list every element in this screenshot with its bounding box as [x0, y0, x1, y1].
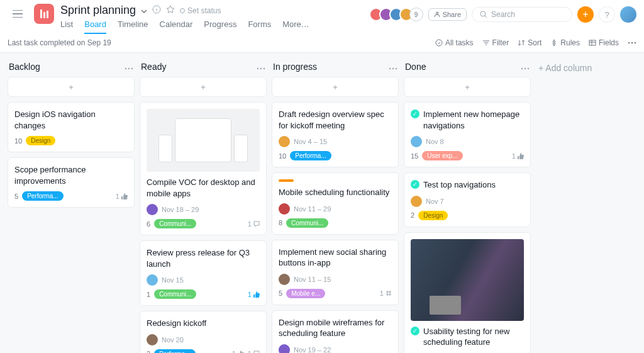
comments-count[interactable]: 1	[248, 350, 260, 353]
project-dropdown[interactable]	[141, 6, 147, 15]
tab-more[interactable]: More…	[282, 20, 309, 34]
task-card[interactable]: ✓Usability testing for new scheduling fe…	[404, 232, 531, 353]
likes-count[interactable]: 1	[248, 291, 260, 298]
task-points: 5	[279, 289, 282, 297]
more-actions[interactable]	[628, 42, 636, 44]
task-tag: Performa...	[22, 191, 63, 201]
assignee-avatar	[147, 274, 158, 286]
task-title: Review press release for Q3 launch	[147, 247, 260, 269]
task-card[interactable]: ✓Implement new homepage navigationsNov 8…	[404, 102, 531, 167]
column-menu[interactable]	[521, 62, 530, 72]
quick-add-button[interactable]: +	[577, 6, 594, 23]
add-task-button[interactable]: +	[8, 77, 135, 97]
tab-timeline[interactable]: Timeline	[118, 20, 148, 34]
svg-point-18	[525, 67, 526, 69]
task-title: Design mobile wireframes for scheduling …	[279, 317, 392, 339]
task-points: 2	[411, 211, 414, 219]
task-tag: Communi...	[286, 218, 328, 228]
svg-point-15	[392, 67, 394, 69]
task-card[interactable]: Redesign kickoffNov 202Performa...1 1	[140, 311, 267, 353]
task-card[interactable]: Scope performance improvements5Performa.…	[8, 157, 135, 208]
avatar-overflow-count[interactable]: 9	[409, 8, 423, 21]
likes-count[interactable]: 1	[512, 152, 524, 160]
comments-count[interactable]: 1	[248, 220, 260, 228]
star-icon[interactable]	[166, 5, 175, 16]
task-card[interactable]: Design mobile wireframes for scheduling …	[272, 310, 399, 353]
task-tag: Performa...	[154, 349, 195, 353]
task-complete-icon: ✓	[411, 109, 419, 118]
task-points: 10	[14, 137, 22, 145]
assignee-avatar	[279, 344, 290, 353]
sort-button[interactable]: Sort	[518, 38, 541, 47]
card-attachment-image	[411, 239, 524, 321]
add-task-button[interactable]: +	[272, 77, 399, 97]
task-title: Scope performance improvements	[14, 164, 128, 186]
add-task-button[interactable]: +	[140, 77, 267, 97]
svg-point-9	[128, 67, 130, 69]
last-task-status: Last task completed on Sep 19	[8, 38, 435, 47]
task-date: Nov 19 – 22	[294, 346, 331, 353]
task-title: Design iOS navigation changes	[14, 109, 128, 131]
column-in-progress: In progress + Draft redesign overview sp…	[272, 59, 399, 347]
svg-rect-4	[589, 40, 596, 45]
task-points: 8	[279, 219, 282, 227]
help-button[interactable]: ?	[599, 6, 615, 23]
card-color-bar	[279, 179, 294, 182]
task-date: Nov 11 – 15	[294, 276, 331, 283]
task-card[interactable]: Compile VOC for desktop and mobile appsN…	[140, 102, 267, 235]
hamburger-menu[interactable]	[8, 4, 28, 24]
task-title: Redesign kickoff	[147, 318, 206, 329]
search-input[interactable]: Search	[472, 7, 572, 22]
svg-point-7	[635, 42, 636, 43]
task-tag: Design	[26, 136, 55, 145]
task-title: Draft redesign overview spec for kickoff…	[279, 109, 392, 131]
svg-point-17	[521, 67, 523, 69]
filter-button[interactable]: Filter	[482, 38, 509, 47]
column-menu[interactable]	[389, 62, 397, 72]
member-avatars[interactable]: 9	[373, 8, 423, 21]
task-title: Mobile scheduling functionality	[279, 187, 389, 198]
task-complete-icon: ✓	[411, 327, 419, 335]
current-user-avatar[interactable]	[620, 6, 636, 23]
share-button[interactable]: Share	[428, 8, 467, 21]
task-card[interactable]: ✓Test top navigationsNov 72Design	[404, 172, 531, 227]
rules-button[interactable]: Rules	[550, 38, 580, 47]
task-title: Implement new social sharing buttons in-…	[279, 247, 392, 269]
task-card[interactable]: Mobile scheduling functionalityNov 11 – …	[272, 172, 399, 235]
svg-point-12	[260, 67, 262, 69]
tab-board[interactable]: Board	[84, 20, 106, 34]
task-card[interactable]: Design iOS navigation changes10Design	[8, 102, 135, 152]
add-column-button[interactable]: + Add column	[536, 59, 636, 347]
column-menu[interactable]	[125, 62, 133, 72]
assignee-avatar	[411, 196, 422, 207]
task-card[interactable]: Implement new social sharing buttons in-…	[272, 240, 399, 305]
likes-count[interactable]: 1	[232, 350, 244, 353]
svg-point-6	[631, 42, 633, 43]
add-task-button[interactable]: +	[404, 77, 531, 97]
fields-button[interactable]: Fields	[589, 38, 619, 47]
subtasks-count[interactable]: 1	[380, 289, 392, 297]
all-tasks-filter[interactable]: All tasks	[435, 38, 474, 47]
task-points: 6	[147, 220, 150, 228]
task-points: 10	[279, 152, 286, 160]
tab-list[interactable]: List	[60, 20, 73, 34]
tab-progress[interactable]: Progress	[204, 20, 236, 34]
task-card[interactable]: Review press release for Q3 launchNov 15…	[140, 240, 267, 306]
tab-calendar[interactable]: Calendar	[160, 20, 193, 34]
likes-count[interactable]: 1	[116, 193, 128, 200]
set-status-button[interactable]: Set status	[180, 6, 221, 15]
svg-point-10	[131, 67, 133, 69]
tab-forms[interactable]: Forms	[248, 20, 271, 34]
task-card[interactable]: Draft redesign overview spec for kickoff…	[272, 102, 399, 167]
task-date: Nov 8	[426, 138, 444, 145]
task-tag: Communi...	[154, 289, 196, 299]
svg-point-5	[628, 42, 630, 43]
svg-point-13	[264, 67, 265, 69]
column-menu[interactable]	[257, 62, 265, 72]
svg-point-19	[528, 67, 529, 69]
project-title: Sprint planning	[60, 4, 136, 17]
task-title: Implement new homepage navigations	[423, 109, 524, 131]
task-points: 5	[14, 193, 18, 200]
svg-point-1	[436, 13, 438, 14]
info-icon[interactable]	[152, 5, 161, 16]
